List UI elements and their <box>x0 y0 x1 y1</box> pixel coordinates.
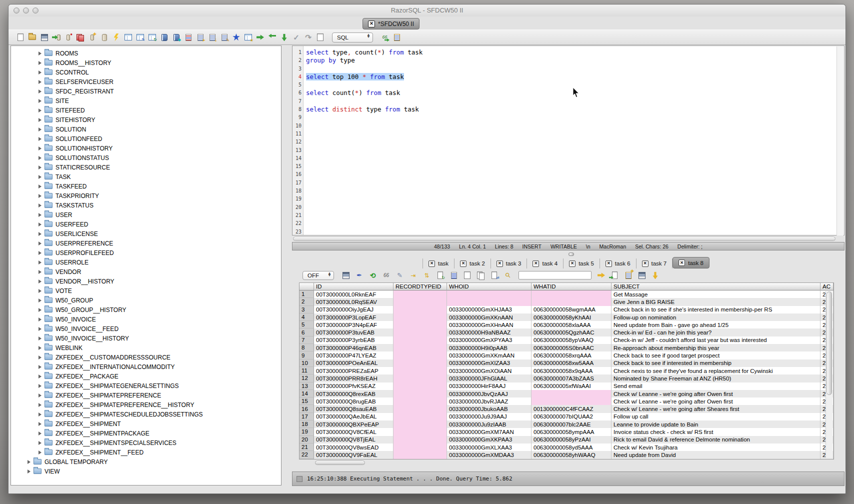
tree-item-vote[interactable]: VOTE <box>11 286 281 296</box>
close-tab-icon[interactable]: ✕ <box>368 20 375 28</box>
cell-whatid[interactable]: 006300000058xlaAAA <box>532 321 612 328</box>
import-data-icon[interactable] <box>610 270 620 280</box>
cell-id[interactable]: 00T3000000P46qnEAB <box>314 344 394 352</box>
disclosure-triangle-icon[interactable] <box>38 80 42 84</box>
primary-key-icon[interactable]: ⚲ <box>503 270 512 280</box>
table-row[interactable]: 500T3000000P3N4pEAF0033000000GmXHnAAN006… <box>300 321 834 328</box>
cell-whoid[interactable]: 0033000000GmXHJAA3 <box>447 306 532 314</box>
column-header-recordtypeid[interactable]: RECORDTYPEID <box>394 283 447 290</box>
copy-cell-icon[interactable] <box>476 270 486 280</box>
cell-subject[interactable]: Check w/ Kevin Tsujihara <box>612 444 820 451</box>
cell-recordtypeid[interactable] <box>394 398 447 405</box>
disclosure-triangle-icon[interactable] <box>38 137 42 141</box>
fetch-next-icon[interactable] <box>280 32 289 42</box>
disclosure-triangle-icon[interactable] <box>38 346 42 350</box>
table-row[interactable]: 1600T3000000Q8sauEAB0033000000JbukoAAB00… <box>300 405 834 412</box>
code-line[interactable] <box>306 170 844 178</box>
result-tab-task-8[interactable]: ✕task 8 <box>672 257 710 268</box>
cell-id[interactable]: 00T3000000QBXPeEAP <box>314 420 394 428</box>
disclosure-triangle-icon[interactable] <box>38 222 42 226</box>
cell-subject[interactable]: Re-approach about membership this year <box>612 344 820 352</box>
code-line[interactable] <box>306 146 844 154</box>
disclosure-triangle-icon[interactable] <box>38 118 42 122</box>
table-row[interactable]: 800T3000000P46qnEAB0033000000H9i0pAAB006… <box>300 344 834 352</box>
cell-id[interactable]: 00T3000000QV8TjEAL <box>314 436 394 444</box>
copy-results-icon[interactable] <box>76 32 85 42</box>
table-row[interactable]: 1100T3000000PREZaEAP0033000000GmXOiAAN00… <box>300 367 834 374</box>
row-number[interactable]: 14 <box>300 390 314 398</box>
execute-sql-icon[interactable] <box>256 32 265 42</box>
code-line[interactable] <box>306 81 844 89</box>
disclosure-triangle-icon[interactable] <box>38 403 42 407</box>
tree-item-site[interactable]: SITE <box>11 96 281 106</box>
tree-item-userpreference[interactable]: USERPREFERENCE <box>11 238 281 248</box>
disclosure-triangle-icon[interactable] <box>38 70 42 74</box>
code-line[interactable] <box>306 154 844 162</box>
result-tab-task-4[interactable]: ✕task 4 <box>527 258 564 268</box>
disclosure-triangle-icon[interactable] <box>38 441 42 445</box>
generate-sql-icon[interactable]: ➤ <box>196 32 205 42</box>
disclosure-triangle-icon[interactable] <box>38 356 42 360</box>
cell-whoid[interactable]: 0033000000GmXHnAAN <box>447 321 532 328</box>
column-header-ac[interactable]: AC <box>820 283 834 290</box>
table-row[interactable]: 1000T3000000POeAnEAL0033000000GmXIZAA300… <box>300 360 834 367</box>
cell-whoid[interactable]: 0033000000GmXLXAA3 <box>447 444 532 451</box>
cell-recordtypeid[interactable] <box>394 390 447 398</box>
cell-recordtypeid[interactable] <box>394 444 447 451</box>
code-line[interactable] <box>306 114 844 122</box>
cell-recordtypeid[interactable] <box>394 451 447 458</box>
result-tab-task-5[interactable]: ✕task 5 <box>564 258 600 268</box>
cell-whatid[interactable] <box>532 298 612 306</box>
row-number[interactable]: 15 <box>300 398 314 405</box>
disclosure-triangle-icon[interactable] <box>38 327 42 331</box>
code-line[interactable] <box>306 162 844 170</box>
disclosure-triangle-icon[interactable] <box>38 280 42 284</box>
favorites-icon[interactable] <box>232 32 241 42</box>
code-line[interactable] <box>306 204 844 212</box>
cell-id[interactable]: 00T3000000PREZaEAP <box>314 367 394 374</box>
cell-subject[interactable]: Invoice status check - check w/ RS first <box>612 428 820 436</box>
cell-recordtypeid[interactable] <box>394 328 447 336</box>
query-log-icon[interactable] <box>316 32 325 42</box>
disclosure-triangle-icon[interactable] <box>38 298 42 302</box>
tree-item-solutionhistory[interactable]: SOLUTIONHISTORY <box>11 144 281 153</box>
tree-item-w50-invoice-feed[interactable]: W50_INVOICE__FEED <box>11 324 281 334</box>
export-down-icon[interactable] <box>650 270 660 280</box>
disclosure-triangle-icon[interactable] <box>38 260 42 264</box>
disclosure-triangle-icon[interactable] <box>38 251 42 255</box>
execute-all-icon[interactable] <box>268 32 277 42</box>
cell-id[interactable]: 00T3000000P3tuvEAB <box>314 328 394 336</box>
cell-whatid[interactable]: 00630000005S0bnAAC <box>532 344 612 352</box>
cell-id[interactable]: 00T3000000P3yrbEAB <box>314 336 394 344</box>
cell-recordtypeid[interactable] <box>394 382 447 390</box>
cell-recordtypeid[interactable] <box>394 352 447 359</box>
tree-item-view[interactable]: VIEW <box>11 466 281 476</box>
save-file-icon[interactable] <box>40 32 49 42</box>
table-row[interactable]: 2200T3000000QV9FaEAL0033000000GmXMDAA300… <box>300 451 834 458</box>
validate-query-icon[interactable]: ✓ <box>292 32 301 42</box>
disclosure-triangle-icon[interactable] <box>38 336 42 340</box>
cell-recordtypeid[interactable] <box>394 374 447 382</box>
close-result-tab-icon[interactable]: ✕ <box>642 260 648 267</box>
tree-item-zkfedex-shipment[interactable]: ZKFEDEX__SHIPMENT <box>11 419 281 428</box>
tree-item-task[interactable]: TASK <box>11 172 281 182</box>
table-row[interactable]: 900T3000000P47LYEAZ0033000000GmXKmAAN006… <box>300 352 834 359</box>
column-header-whoid[interactable]: WHOID <box>447 283 532 290</box>
code-line[interactable]: group by type <box>306 56 844 64</box>
cell-recordtypeid[interactable] <box>394 321 447 328</box>
undo-icon[interactable]: ↷ <box>304 32 313 42</box>
cell-id[interactable]: 00T3000000P3LopEAF <box>314 314 394 321</box>
table-row[interactable]: 400T3000000P3LopEAF0033000000GmXKnAAN006… <box>300 314 834 321</box>
tree-item-w50-invoice-history[interactable]: W50_INVOICE__HISTORY <box>11 334 281 343</box>
close-result-tab-icon[interactable]: ✕ <box>460 260 466 267</box>
editor-vertical-scrollbar[interactable] <box>836 46 844 236</box>
sort-column-icon[interactable]: ⇥ <box>408 270 418 280</box>
disclosure-triangle-icon[interactable] <box>38 52 42 56</box>
open-file-icon[interactable] <box>28 32 37 42</box>
table-row[interactable]: 1700T3000000QAeJbEAL0033000000Ju9J9AAJ00… <box>300 413 834 420</box>
disclosure-triangle-icon[interactable] <box>38 90 42 94</box>
cell-id[interactable]: 00T3000000L0RqSEAV <box>314 298 394 306</box>
cell-recordtypeid[interactable] <box>394 413 447 420</box>
cell-id[interactable]: 00T3000000POeAnEAL <box>314 360 394 367</box>
disclosure-triangle-icon[interactable] <box>28 460 30 464</box>
